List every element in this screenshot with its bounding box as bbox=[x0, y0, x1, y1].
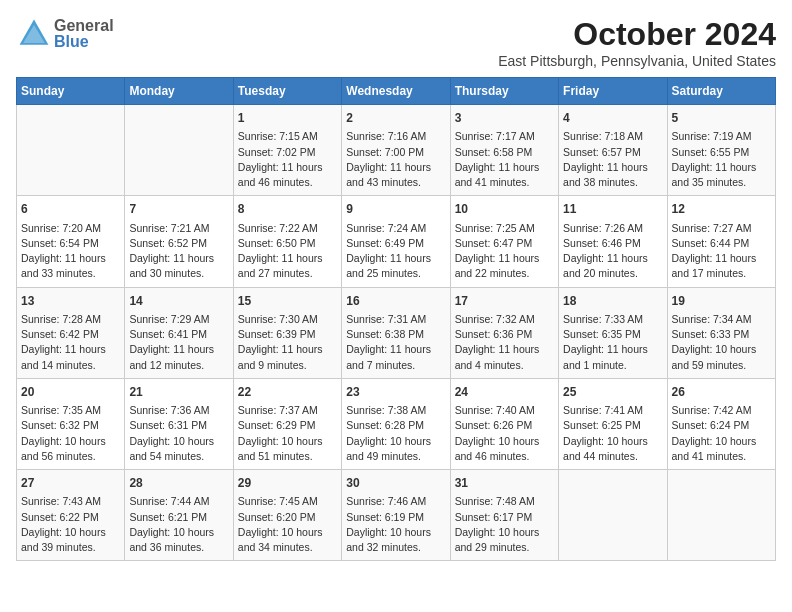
day-number: 19 bbox=[672, 293, 771, 310]
logo-general: General bbox=[54, 18, 114, 34]
day-of-week-header: Monday bbox=[125, 78, 233, 105]
calendar-cell: 28Sunrise: 7:44 AMSunset: 6:21 PMDayligh… bbox=[125, 470, 233, 561]
calendar-cell: 17Sunrise: 7:32 AMSunset: 6:36 PMDayligh… bbox=[450, 287, 558, 378]
calendar-cell bbox=[125, 105, 233, 196]
calendar-week-row: 1Sunrise: 7:15 AMSunset: 7:02 PMDaylight… bbox=[17, 105, 776, 196]
calendar-cell: 10Sunrise: 7:25 AMSunset: 6:47 PMDayligh… bbox=[450, 196, 558, 287]
cell-sun-info: Sunrise: 7:35 AMSunset: 6:32 PMDaylight:… bbox=[21, 403, 120, 464]
calendar-cell: 5Sunrise: 7:19 AMSunset: 6:55 PMDaylight… bbox=[667, 105, 775, 196]
day-number: 8 bbox=[238, 201, 337, 218]
day-number: 15 bbox=[238, 293, 337, 310]
calendar-cell: 4Sunrise: 7:18 AMSunset: 6:57 PMDaylight… bbox=[559, 105, 667, 196]
logo: General Blue bbox=[16, 16, 114, 52]
cell-sun-info: Sunrise: 7:16 AMSunset: 7:00 PMDaylight:… bbox=[346, 129, 445, 190]
cell-sun-info: Sunrise: 7:45 AMSunset: 6:20 PMDaylight:… bbox=[238, 494, 337, 555]
page-header: General Blue October 2024 East Pittsburg… bbox=[16, 16, 776, 69]
day-number: 1 bbox=[238, 110, 337, 127]
calendar-week-row: 6Sunrise: 7:20 AMSunset: 6:54 PMDaylight… bbox=[17, 196, 776, 287]
calendar-week-row: 27Sunrise: 7:43 AMSunset: 6:22 PMDayligh… bbox=[17, 470, 776, 561]
day-number: 23 bbox=[346, 384, 445, 401]
day-number: 7 bbox=[129, 201, 228, 218]
cell-sun-info: Sunrise: 7:22 AMSunset: 6:50 PMDaylight:… bbox=[238, 221, 337, 282]
calendar-cell bbox=[559, 470, 667, 561]
cell-sun-info: Sunrise: 7:17 AMSunset: 6:58 PMDaylight:… bbox=[455, 129, 554, 190]
day-number: 18 bbox=[563, 293, 662, 310]
cell-sun-info: Sunrise: 7:30 AMSunset: 6:39 PMDaylight:… bbox=[238, 312, 337, 373]
calendar-table: SundayMondayTuesdayWednesdayThursdayFrid… bbox=[16, 77, 776, 561]
location-title: East Pittsburgh, Pennsylvania, United St… bbox=[498, 53, 776, 69]
day-number: 16 bbox=[346, 293, 445, 310]
calendar-cell: 26Sunrise: 7:42 AMSunset: 6:24 PMDayligh… bbox=[667, 378, 775, 469]
day-of-week-header: Sunday bbox=[17, 78, 125, 105]
day-number: 9 bbox=[346, 201, 445, 218]
cell-sun-info: Sunrise: 7:44 AMSunset: 6:21 PMDaylight:… bbox=[129, 494, 228, 555]
calendar-cell: 14Sunrise: 7:29 AMSunset: 6:41 PMDayligh… bbox=[125, 287, 233, 378]
calendar-cell: 25Sunrise: 7:41 AMSunset: 6:25 PMDayligh… bbox=[559, 378, 667, 469]
calendar-cell: 21Sunrise: 7:36 AMSunset: 6:31 PMDayligh… bbox=[125, 378, 233, 469]
calendar-cell: 12Sunrise: 7:27 AMSunset: 6:44 PMDayligh… bbox=[667, 196, 775, 287]
calendar-cell: 1Sunrise: 7:15 AMSunset: 7:02 PMDaylight… bbox=[233, 105, 341, 196]
calendar-cell bbox=[17, 105, 125, 196]
day-number: 27 bbox=[21, 475, 120, 492]
day-of-week-header: Friday bbox=[559, 78, 667, 105]
day-number: 24 bbox=[455, 384, 554, 401]
calendar-cell: 8Sunrise: 7:22 AMSunset: 6:50 PMDaylight… bbox=[233, 196, 341, 287]
day-number: 3 bbox=[455, 110, 554, 127]
calendar-cell: 24Sunrise: 7:40 AMSunset: 6:26 PMDayligh… bbox=[450, 378, 558, 469]
cell-sun-info: Sunrise: 7:48 AMSunset: 6:17 PMDaylight:… bbox=[455, 494, 554, 555]
day-number: 12 bbox=[672, 201, 771, 218]
cell-sun-info: Sunrise: 7:32 AMSunset: 6:36 PMDaylight:… bbox=[455, 312, 554, 373]
calendar-cell: 27Sunrise: 7:43 AMSunset: 6:22 PMDayligh… bbox=[17, 470, 125, 561]
calendar-cell: 2Sunrise: 7:16 AMSunset: 7:00 PMDaylight… bbox=[342, 105, 450, 196]
day-number: 22 bbox=[238, 384, 337, 401]
day-number: 26 bbox=[672, 384, 771, 401]
day-of-week-header: Wednesday bbox=[342, 78, 450, 105]
cell-sun-info: Sunrise: 7:42 AMSunset: 6:24 PMDaylight:… bbox=[672, 403, 771, 464]
day-number: 10 bbox=[455, 201, 554, 218]
cell-sun-info: Sunrise: 7:37 AMSunset: 6:29 PMDaylight:… bbox=[238, 403, 337, 464]
day-number: 30 bbox=[346, 475, 445, 492]
calendar-cell: 13Sunrise: 7:28 AMSunset: 6:42 PMDayligh… bbox=[17, 287, 125, 378]
calendar-cell: 15Sunrise: 7:30 AMSunset: 6:39 PMDayligh… bbox=[233, 287, 341, 378]
cell-sun-info: Sunrise: 7:28 AMSunset: 6:42 PMDaylight:… bbox=[21, 312, 120, 373]
calendar-cell bbox=[667, 470, 775, 561]
calendar-cell: 6Sunrise: 7:20 AMSunset: 6:54 PMDaylight… bbox=[17, 196, 125, 287]
day-number: 17 bbox=[455, 293, 554, 310]
cell-sun-info: Sunrise: 7:21 AMSunset: 6:52 PMDaylight:… bbox=[129, 221, 228, 282]
calendar-cell: 19Sunrise: 7:34 AMSunset: 6:33 PMDayligh… bbox=[667, 287, 775, 378]
cell-sun-info: Sunrise: 7:25 AMSunset: 6:47 PMDaylight:… bbox=[455, 221, 554, 282]
cell-sun-info: Sunrise: 7:36 AMSunset: 6:31 PMDaylight:… bbox=[129, 403, 228, 464]
day-number: 21 bbox=[129, 384, 228, 401]
calendar-cell: 30Sunrise: 7:46 AMSunset: 6:19 PMDayligh… bbox=[342, 470, 450, 561]
month-title: October 2024 bbox=[498, 16, 776, 53]
day-number: 13 bbox=[21, 293, 120, 310]
calendar-cell: 11Sunrise: 7:26 AMSunset: 6:46 PMDayligh… bbox=[559, 196, 667, 287]
cell-sun-info: Sunrise: 7:43 AMSunset: 6:22 PMDaylight:… bbox=[21, 494, 120, 555]
day-number: 25 bbox=[563, 384, 662, 401]
cell-sun-info: Sunrise: 7:34 AMSunset: 6:33 PMDaylight:… bbox=[672, 312, 771, 373]
logo-text: General Blue bbox=[54, 18, 114, 50]
day-number: 5 bbox=[672, 110, 771, 127]
day-number: 4 bbox=[563, 110, 662, 127]
cell-sun-info: Sunrise: 7:26 AMSunset: 6:46 PMDaylight:… bbox=[563, 221, 662, 282]
days-of-week-row: SundayMondayTuesdayWednesdayThursdayFrid… bbox=[17, 78, 776, 105]
day-number: 14 bbox=[129, 293, 228, 310]
calendar-cell: 16Sunrise: 7:31 AMSunset: 6:38 PMDayligh… bbox=[342, 287, 450, 378]
cell-sun-info: Sunrise: 7:19 AMSunset: 6:55 PMDaylight:… bbox=[672, 129, 771, 190]
day-of-week-header: Saturday bbox=[667, 78, 775, 105]
cell-sun-info: Sunrise: 7:46 AMSunset: 6:19 PMDaylight:… bbox=[346, 494, 445, 555]
cell-sun-info: Sunrise: 7:20 AMSunset: 6:54 PMDaylight:… bbox=[21, 221, 120, 282]
calendar-cell: 23Sunrise: 7:38 AMSunset: 6:28 PMDayligh… bbox=[342, 378, 450, 469]
day-number: 2 bbox=[346, 110, 445, 127]
calendar-cell: 22Sunrise: 7:37 AMSunset: 6:29 PMDayligh… bbox=[233, 378, 341, 469]
calendar-week-row: 13Sunrise: 7:28 AMSunset: 6:42 PMDayligh… bbox=[17, 287, 776, 378]
cell-sun-info: Sunrise: 7:38 AMSunset: 6:28 PMDaylight:… bbox=[346, 403, 445, 464]
day-number: 6 bbox=[21, 201, 120, 218]
title-block: October 2024 East Pittsburgh, Pennsylvan… bbox=[498, 16, 776, 69]
cell-sun-info: Sunrise: 7:40 AMSunset: 6:26 PMDaylight:… bbox=[455, 403, 554, 464]
calendar-cell: 18Sunrise: 7:33 AMSunset: 6:35 PMDayligh… bbox=[559, 287, 667, 378]
cell-sun-info: Sunrise: 7:33 AMSunset: 6:35 PMDaylight:… bbox=[563, 312, 662, 373]
calendar-cell: 29Sunrise: 7:45 AMSunset: 6:20 PMDayligh… bbox=[233, 470, 341, 561]
cell-sun-info: Sunrise: 7:18 AMSunset: 6:57 PMDaylight:… bbox=[563, 129, 662, 190]
cell-sun-info: Sunrise: 7:41 AMSunset: 6:25 PMDaylight:… bbox=[563, 403, 662, 464]
